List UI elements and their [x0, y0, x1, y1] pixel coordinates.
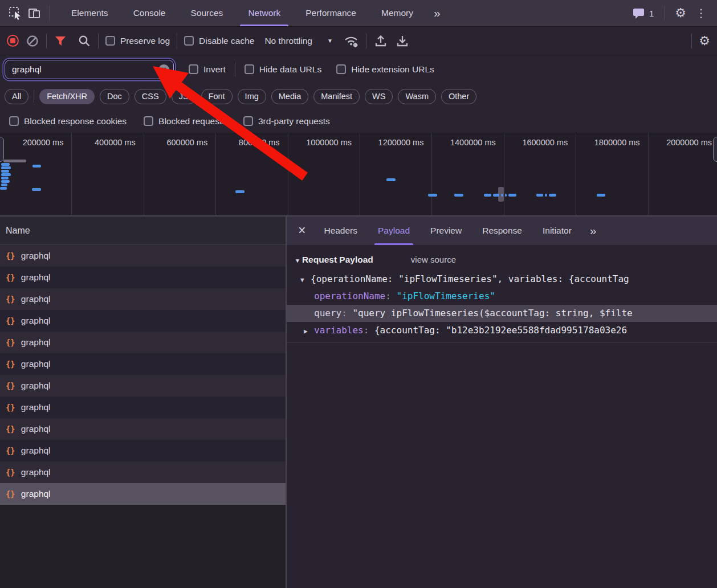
expand-arrow-icon[interactable]: ▼	[300, 272, 311, 288]
request-row[interactable]: {}graphql	[0, 440, 286, 462]
import-har-icon[interactable]	[373, 34, 388, 48]
chip-js[interactable]: JS	[172, 89, 196, 104]
tab-memory[interactable]: Memory	[369, 0, 426, 26]
clear-filter-icon[interactable]: ×	[158, 64, 169, 75]
timeline-request-bar	[428, 194, 437, 197]
timeline-left-handle[interactable]	[0, 137, 4, 162]
chip-other[interactable]: Other	[441, 89, 476, 104]
device-toolbar-icon[interactable]	[25, 3, 44, 23]
disable-cache-label: Disable cache	[199, 36, 254, 46]
json-braces-icon: {}	[6, 403, 15, 412]
timeline-right-handle[interactable]	[713, 137, 717, 162]
blocked-requests-checkbox[interactable]	[144, 116, 153, 126]
timeline-column: 1000000 ms	[288, 133, 360, 215]
export-har-icon[interactable]	[395, 34, 410, 48]
expand-arrow-icon[interactable]: ▶	[304, 323, 314, 339]
request-row[interactable]: {}graphql	[0, 462, 286, 483]
detail-tab-initiator[interactable]: Initiator	[532, 217, 582, 245]
preserve-log-checkbox[interactable]	[105, 36, 115, 46]
timeline-column: 1200000 ms	[360, 133, 432, 215]
timeline-column: 600000 ms	[144, 133, 216, 215]
chip-img[interactable]: Img	[238, 89, 266, 104]
menu-dots-icon[interactable]: ⋮	[692, 6, 710, 20]
chip-manifest[interactable]: Manifest	[313, 89, 360, 104]
chip-doc[interactable]: Doc	[100, 89, 129, 104]
timeline-tick-label: 400000 ms	[95, 133, 144, 215]
request-row[interactable]: {}graphql	[0, 267, 286, 288]
issues-icon[interactable]	[632, 6, 646, 20]
3rd-party-requests-checkbox[interactable]	[243, 116, 253, 126]
detail-tab-headers[interactable]: Headers	[313, 217, 368, 245]
disable-cache-checkbox[interactable]	[184, 36, 194, 46]
timeline-request-bar	[536, 194, 543, 197]
collapse-triangle-icon[interactable]: ▼	[295, 258, 300, 264]
detail-tab-preview[interactable]: Preview	[420, 217, 472, 245]
invert-checkbox[interactable]	[189, 64, 198, 74]
chip-font[interactable]: Font	[201, 89, 233, 104]
tab-sources[interactable]: Sources	[178, 0, 236, 26]
timeline-request-bar	[454, 194, 463, 197]
request-row[interactable]: {}graphql	[0, 397, 286, 418]
detail-tab-payload[interactable]: Payload	[368, 217, 420, 245]
payload-row-operationname[interactable]: operationName: "ipFlowTimeseries"	[287, 288, 717, 305]
chip-fetch-xhr[interactable]: Fetch/XHR	[39, 89, 95, 104]
request-row[interactable]: {}graphql	[0, 288, 286, 310]
chip-all[interactable]: All	[5, 89, 28, 104]
request-name: graphql	[21, 272, 51, 283]
filter-input[interactable]	[5, 64, 173, 75]
requests-table: Name {}graphql{}graphql{}graphql{}graphq…	[0, 217, 286, 588]
chip-css[interactable]: CSS	[135, 89, 166, 104]
filter-icon[interactable]	[54, 34, 67, 48]
chip-ws[interactable]: WS	[365, 89, 393, 104]
json-braces-icon: {}	[6, 468, 15, 477]
request-row[interactable]: {}graphql	[0, 418, 286, 440]
request-name: graphql	[21, 337, 51, 348]
request-name: graphql	[21, 402, 51, 413]
search-icon[interactable]	[78, 34, 91, 48]
network-overview-timeline[interactable]: 200000 ms400000 ms600000 ms800000 ms1000…	[0, 133, 717, 217]
issues-count[interactable]: 1	[649, 9, 654, 18]
payload-root-row[interactable]: ▼{operationName: "ipFlowTimeseries", var…	[287, 271, 717, 288]
chip-media[interactable]: Media	[271, 89, 309, 104]
throttling-dropdown[interactable]: No throttling ▼	[261, 36, 332, 46]
payload-row-variables[interactable]: ▶variables: {accountTag: "b12e3b2192ee55…	[287, 322, 717, 339]
detail-tab-response[interactable]: Response	[472, 217, 532, 245]
timeline-request-bar	[549, 194, 556, 197]
json-braces-icon: {}	[6, 489, 15, 499]
tab-performance[interactable]: Performance	[293, 0, 369, 26]
hide-data-urls-checkbox[interactable]	[245, 64, 254, 74]
request-row[interactable]: {}graphql	[0, 310, 286, 332]
request-row[interactable]: {}graphql	[0, 483, 286, 505]
request-row[interactable]: {}graphql	[0, 375, 286, 397]
request-row[interactable]: {}graphql	[0, 332, 286, 353]
throttling-value: No throttling	[264, 36, 312, 46]
more-tabs-icon[interactable]: »	[426, 6, 447, 20]
close-details-icon[interactable]: ×	[295, 223, 313, 239]
request-name: graphql	[21, 251, 51, 261]
record-network-log-button[interactable]	[7, 35, 19, 47]
tab-elements[interactable]: Elements	[59, 0, 121, 26]
settings-gear-icon[interactable]: ⚙	[675, 7, 686, 19]
hide-extension-urls-checkbox[interactable]	[336, 64, 346, 74]
request-name: graphql	[21, 446, 51, 456]
timeline-tick-label: 1400000 ms	[450, 133, 504, 215]
hide-extension-urls-label: Hide extension URLs	[351, 64, 434, 75]
request-row[interactable]: {}graphql	[0, 353, 286, 375]
payload-row-query[interactable]: query: "query ipFlowTimeseries($accountT…	[287, 305, 717, 322]
more-detail-tabs-icon[interactable]: »	[582, 224, 604, 238]
chip-wasm[interactable]: Wasm	[398, 89, 436, 104]
view-source-link[interactable]: view source	[411, 255, 456, 264]
clear-network-log-button[interactable]	[26, 34, 39, 48]
inspect-element-icon[interactable]	[6, 3, 25, 23]
payload-key: operationName	[314, 291, 385, 301]
network-conditions-icon[interactable]	[343, 34, 359, 48]
name-column-header[interactable]: Name	[0, 217, 286, 245]
blocked-response-cookies-checkbox[interactable]	[9, 116, 19, 126]
timeline-request-bar	[1, 180, 10, 183]
json-braces-icon: {}	[6, 424, 15, 434]
network-settings-gear-icon[interactable]: ⚙	[699, 35, 710, 47]
request-row[interactable]: {}graphql	[0, 245, 286, 267]
tab-console[interactable]: Console	[121, 0, 178, 26]
timeline-request-bar	[1, 173, 11, 176]
tab-network[interactable]: Network	[235, 0, 293, 26]
